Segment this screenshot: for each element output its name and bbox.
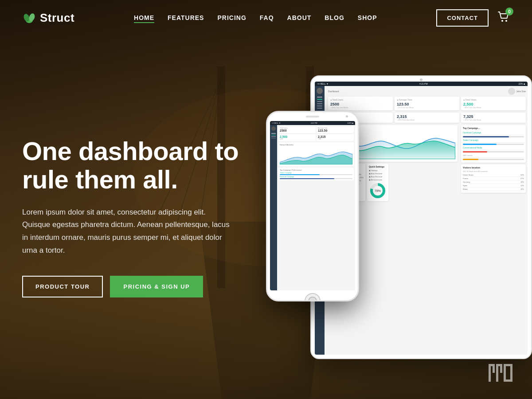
phone-chart: Network Activities bbox=[278, 142, 354, 166]
campaigns-column: Top Campaign... Facebook Campaign Twitte… bbox=[461, 125, 526, 203]
phone-dashboard: Total Users 2500 Average Time 123.50 bbox=[270, 125, 355, 290]
svg-rect-28 bbox=[500, 364, 502, 373]
signup-button[interactable]: PRICING & SIGN UP bbox=[110, 276, 203, 297]
nav-links: HOME FEATURES PRICING FAQ ABOUT BLOG SHO… bbox=[134, 14, 377, 22]
navbar: Struct HOME FEATURES PRICING FAQ ABOUT B… bbox=[0, 0, 532, 35]
nav-right: CONTACT 0 bbox=[436, 9, 510, 27]
hero-subtitle: Lorem ipsum dolor sit amet, consectetur … bbox=[22, 206, 231, 258]
svg-rect-25 bbox=[493, 364, 495, 373]
hero-buttons: PRODUCT TOUR PRICING & SIGN UP bbox=[22, 276, 253, 297]
visitors-location-card: Visitors location 125.7k Views from 60 c… bbox=[461, 164, 526, 193]
tablet-status-bar: ••• BELL ▼ 4:21 PM 22% ■ bbox=[315, 82, 528, 86]
nav-about[interactable]: ABOUT bbox=[287, 14, 312, 22]
brand-name: Struct bbox=[40, 11, 74, 25]
quick-settings-card: Quick Settings ▣ Settings ▣ Auto Renewal… bbox=[367, 164, 388, 201]
nav-features[interactable]: FEATURES bbox=[168, 14, 204, 22]
phone-mockup: ••• BELL ▼ 4:21 PM 100% ■ bbox=[266, 111, 359, 301]
stat-revenue: 7,325 ↓ 10% From last Week bbox=[461, 113, 526, 123]
svg-rect-29 bbox=[504, 364, 506, 382]
hero-content: One dashboard to rule them all. Lorem ip… bbox=[0, 35, 532, 399]
hero-section: Struct HOME FEATURES PRICING FAQ ABOUT B… bbox=[0, 0, 532, 399]
stat-avg-time: ● Average Time 123.50 ↑ 2% From last Wee… bbox=[395, 97, 459, 110]
nav-home[interactable]: HOME bbox=[134, 14, 154, 22]
nav-pricing[interactable]: PRICING bbox=[217, 14, 246, 22]
device-mockups: ••• BELL ▼ 4:21 PM 22% ■ bbox=[239, 58, 532, 377]
stat-connections: 2,315 ↓ 20% From last Week bbox=[395, 113, 459, 123]
tablet-stats-row1: ● Total Users 2500 ↑ 20% From last Week … bbox=[328, 97, 526, 110]
cart-icon[interactable]: 0 bbox=[497, 11, 510, 24]
phone-main: Total Users 2500 Average Time 123.50 bbox=[277, 125, 355, 290]
nav-faq[interactable]: FAQ bbox=[260, 14, 274, 22]
top-campaigns-card: Top Campaign... Facebook Campaign Twitte… bbox=[461, 125, 526, 163]
svg-rect-26 bbox=[496, 364, 498, 382]
svg-rect-31 bbox=[504, 364, 512, 366]
hero-left: One dashboard to rule them all. Lorem ip… bbox=[22, 137, 253, 297]
svg-text:78%: 78% bbox=[375, 189, 381, 192]
svg-rect-32 bbox=[504, 379, 512, 382]
nav-blog[interactable]: BLOG bbox=[325, 14, 344, 22]
svg-point-13 bbox=[501, 20, 503, 22]
phone-campaigns: Top Campaign Performance Twitter Campaig… bbox=[278, 168, 354, 180]
nav-shop[interactable]: SHOP bbox=[358, 14, 377, 22]
contact-button[interactable]: CONTACT bbox=[436, 9, 489, 27]
svg-rect-30 bbox=[510, 364, 512, 382]
phone-stats2: 2,500 4,567 2,315 7,325 bbox=[278, 134, 354, 141]
phone-screen: ••• BELL ▼ 4:21 PM 100% ■ bbox=[270, 121, 355, 290]
phone-sidebar bbox=[270, 125, 277, 290]
stat-total-views: ● Total Views 2,500 ↑ 30% From last Week bbox=[461, 97, 526, 110]
phone-stats: Total Users 2500 Average Time 123.50 bbox=[278, 126, 354, 133]
phone-home-button bbox=[305, 293, 321, 301]
stat-total-users: ● Total Users 2500 ↑ 20% From last Week bbox=[328, 97, 393, 110]
tablet-home bbox=[311, 358, 531, 359]
product-tour-button[interactable]: PRODUCT TOUR bbox=[22, 276, 103, 297]
phone-status-bar: ••• BELL ▼ 4:21 PM 100% ■ bbox=[270, 121, 355, 125]
cart-badge: 0 bbox=[505, 8, 513, 16]
watermark bbox=[488, 362, 514, 386]
logo[interactable]: Struct bbox=[22, 11, 74, 25]
logo-icon bbox=[22, 12, 36, 24]
hero-title: One dashboard to rule them all. bbox=[22, 137, 253, 194]
svg-rect-23 bbox=[489, 364, 491, 382]
svg-point-14 bbox=[505, 20, 507, 22]
